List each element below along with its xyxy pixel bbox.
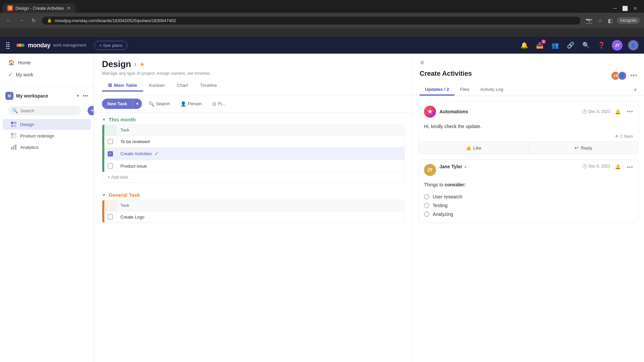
row2-checkbox[interactable]: ✓ (104, 147, 116, 160)
help-button[interactable]: ❓ (596, 40, 606, 50)
row3-task-name[interactable]: Product issue (116, 160, 404, 172)
radio-analyzing[interactable] (424, 212, 429, 217)
new-tab-button[interactable]: + (76, 7, 79, 13)
checkbox-icon[interactable] (108, 214, 113, 220)
checklist-item-1: User research (433, 194, 462, 199)
incognito-badge[interactable]: Incognito (617, 17, 640, 24)
url-bar[interactable]: 🔒 moodjoy.monday.com/boards/1830420525/p… (41, 16, 581, 25)
radio-user-research[interactable] (424, 194, 429, 199)
jane-tyler-avatar: JT (424, 164, 436, 176)
panel-tab-updates[interactable]: Updates / 2 (420, 84, 454, 96)
tab-main-table[interactable]: ⊞ Main Table (102, 80, 143, 92)
see-plans-button[interactable]: + See plans (94, 41, 127, 50)
panel-avatar-2[interactable]: 👤 (618, 71, 627, 80)
panel-tab-files[interactable]: Files (454, 84, 475, 96)
browser-tab-active[interactable]: M Design - Create Activities ✕ (3, 3, 75, 13)
forward-button[interactable]: → (17, 16, 26, 25)
user-avatar-2[interactable]: 👤 (628, 40, 639, 51)
radio-testing[interactable] (424, 203, 429, 208)
camera-icon[interactable]: 📷 (584, 16, 594, 25)
home-icon: 🏠 (8, 59, 15, 66)
panel-tab-add[interactable]: + (633, 84, 637, 96)
tab-kanban[interactable]: Kanban (143, 80, 171, 92)
board-info-icon[interactable]: ℹ (135, 62, 136, 67)
commenter-info: Jane Tyler ● (439, 164, 579, 169)
update-1-seen: 👁 2 Seen (419, 134, 638, 141)
back-button[interactable]: ← (4, 16, 13, 25)
header-check-col (104, 125, 116, 135)
sidebar: 🏠 Home ✓ My work M My workspace ▼ ••• 🔍 (0, 54, 94, 362)
maximize-button[interactable]: ⬜ (622, 6, 628, 11)
minimize-button[interactable]: ─ (613, 5, 617, 11)
reply-button[interactable]: ↩ Reply (529, 142, 638, 154)
group-general-chevron-icon: ▼ (102, 193, 106, 197)
reload-button[interactable]: ↻ (30, 16, 38, 25)
board-header: Design ℹ ★ Manage any type of project. A… (94, 54, 413, 95)
update-card-1-header: Automations 🕐 Dec 9, 2023 🔔 ••• (419, 102, 638, 122)
person-toolbar-button[interactable]: 👤 Person (176, 99, 206, 109)
close-window-button[interactable]: ✕ (633, 6, 637, 11)
group-this-month-header[interactable]: ▼ This month (94, 113, 413, 124)
checkbox-icon[interactable] (108, 163, 113, 169)
search-toolbar-icon: 🔍 (149, 101, 154, 107)
sidebar-toggle-icon[interactable]: ◧ (606, 16, 614, 25)
row1-task-name[interactable]: To be reviewed (116, 136, 404, 147)
board-title-row: Design ℹ ★ (102, 59, 405, 69)
sidebar-item-design[interactable]: Design (3, 119, 91, 130)
user-avatar[interactable]: JT (612, 40, 623, 51)
sidebar-item-my-work[interactable]: ✓ My work (3, 69, 91, 80)
update-2-more-button[interactable]: ••• (627, 164, 633, 171)
add-task-button-1[interactable]: + Add task (102, 172, 404, 182)
panel-close-button[interactable]: ✕ (420, 59, 425, 66)
notifications-button[interactable]: 🔔 (519, 40, 529, 50)
search-button[interactable]: 🔍 (581, 40, 591, 50)
board-icon-analytics (11, 144, 17, 150)
group-chevron-icon: ▼ (102, 117, 106, 122)
tab-close-button[interactable]: ✕ (67, 5, 71, 11)
sidebar-add-button[interactable]: + (88, 106, 94, 115)
update-2-bell-icon[interactable]: 🔔 (615, 164, 621, 169)
like-button[interactable]: 👍 Like (419, 142, 529, 154)
sidebar-item-product-redesign[interactable]: Product redesign (3, 130, 91, 141)
panel-tab-activity-log[interactable]: Activity Log (475, 84, 509, 96)
inbox-button[interactable]: 📥 3 (535, 40, 545, 50)
update-1-more-button[interactable]: ••• (627, 108, 633, 115)
search-toolbar-button[interactable]: 🔍 Search (145, 99, 174, 109)
list-item: Testing (424, 201, 633, 210)
url-text: moodjoy.monday.com/boards/1830420525/pul… (55, 18, 176, 23)
workspace-header[interactable]: M My workspace ▼ ••• (0, 89, 94, 103)
row2-task-name[interactable]: Create Activities ✓ (116, 147, 404, 160)
board-star-icon[interactable]: ★ (140, 61, 145, 68)
sidebar-item-analytics[interactable]: Analytics (3, 142, 91, 153)
row3-checkbox[interactable] (104, 160, 116, 172)
new-task-button[interactable]: New Task (102, 99, 132, 109)
tab-timeline[interactable]: Timeline (194, 80, 223, 92)
star-icon[interactable]: ☆ (596, 16, 604, 25)
panel-avatar-stack: JT 👤 (611, 71, 627, 80)
tab-chart[interactable]: Chart (171, 80, 194, 92)
panel-add-icon[interactable]: + (633, 86, 637, 94)
svg-rect-13 (15, 144, 16, 150)
sidebar-item-home[interactable]: 🏠 Home (3, 57, 91, 68)
row4-task-name[interactable]: Create Logo (116, 211, 404, 223)
sidebar-design-label: Design (20, 122, 34, 127)
group-general-header[interactable]: ▼ General Task (94, 188, 413, 200)
automations-logo-icon (426, 108, 434, 115)
svg-rect-9 (11, 136, 13, 138)
workspace-more-icon[interactable]: ••• (83, 93, 88, 99)
people-button[interactable]: 👥 (550, 40, 560, 50)
sidebar-search-input[interactable] (20, 108, 77, 113)
apps-grid-icon[interactable]: ⣿ (5, 41, 10, 49)
update-1-bell-icon[interactable]: 🔔 (615, 109, 621, 114)
new-task-dropdown-button[interactable]: ▾ (132, 99, 142, 109)
checkbox-icon[interactable] (108, 139, 113, 144)
row1-checkbox[interactable] (104, 136, 116, 147)
checkbox-checked-icon[interactable]: ✓ (108, 151, 113, 157)
general-table: Task Create Logo (102, 200, 405, 223)
filter-toolbar-button[interactable]: ⊟ Fi... (208, 99, 229, 109)
integrations-button[interactable]: 🔗 (566, 40, 576, 50)
sidebar-search[interactable]: 🔍 (8, 106, 81, 115)
sidebar-divider (0, 86, 94, 86)
panel-more-button[interactable]: ••• (630, 72, 637, 79)
row4-checkbox[interactable] (104, 211, 116, 223)
